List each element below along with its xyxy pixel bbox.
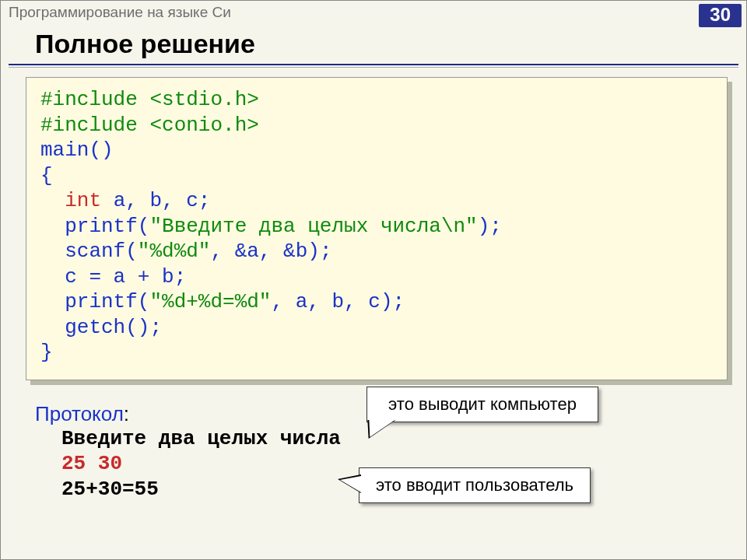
- code-text: );: [478, 215, 502, 238]
- code-line: #include <stdio.h>: [40, 88, 259, 111]
- code-line: getch();: [40, 316, 162, 339]
- code-indent: [40, 189, 65, 212]
- code-block: #include <stdio.h> #include <conio.h> ma…: [26, 77, 728, 380]
- callout-tail-icon: [338, 474, 361, 493]
- code-text: , &a, &b);: [210, 240, 331, 263]
- slide-heading: Полное решение: [35, 29, 746, 59]
- code-text: scanf(: [40, 240, 138, 263]
- callout-user: это вводит пользователь: [359, 467, 591, 503]
- code-text: a, b, c;: [101, 189, 210, 212]
- code-line: main(): [40, 138, 114, 162]
- divider-secondary: [9, 67, 738, 68]
- code-keyword: int: [65, 189, 101, 212]
- code-text: printf(: [40, 290, 149, 313]
- divider-primary: [9, 64, 738, 65]
- code-string: "%d%d": [138, 240, 211, 263]
- course-title: Программирование на языке Си: [9, 4, 231, 21]
- protocol-label: Протокол: [35, 402, 124, 425]
- title-bar: Программирование на языке Си 30: [1, 1, 746, 29]
- slide: Программирование на языке Си 30 Полное р…: [0, 0, 747, 560]
- callout-text: это вводит пользователь: [376, 475, 573, 495]
- protocol-colon: :: [124, 402, 129, 425]
- protocol-output: Введите два целых числа: [61, 426, 746, 452]
- code-string: "%d+%d=%d": [149, 290, 271, 313]
- callout-computer: это выводит компьютер: [366, 387, 598, 422]
- code-line: }: [40, 341, 53, 364]
- code-string: "Введите два целых числа\n": [149, 215, 477, 238]
- code-line: #include <conio.h>: [40, 114, 259, 137]
- code-content: #include <stdio.h> #include <conio.h> ma…: [26, 77, 728, 380]
- slide-number: 30: [699, 4, 742, 27]
- code-text: printf(: [40, 215, 149, 238]
- code-line: {: [40, 164, 53, 187]
- code-text: , a, b, c);: [271, 290, 405, 313]
- callout-text: это выводит компьютер: [388, 394, 577, 414]
- code-line: c = a + b;: [40, 265, 186, 289]
